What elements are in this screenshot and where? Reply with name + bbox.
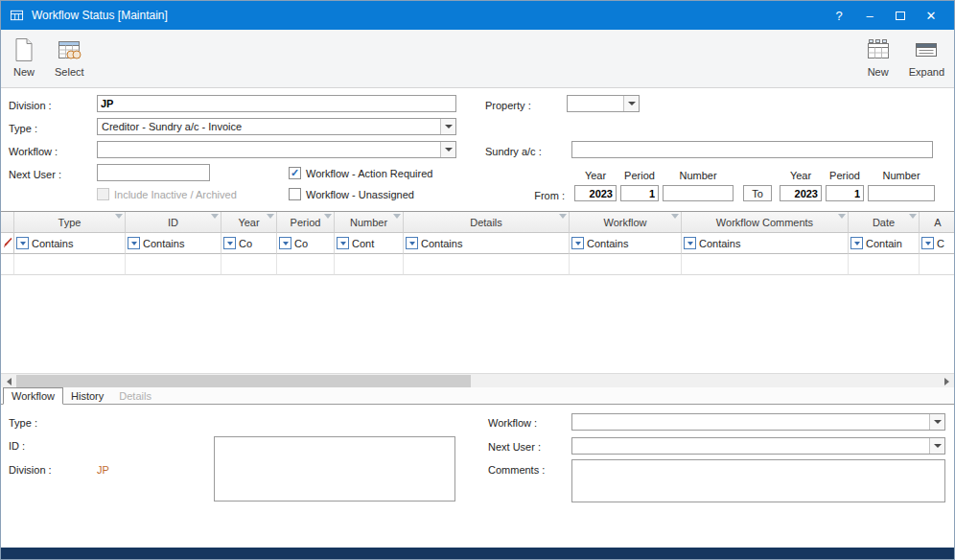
- detail-type-label: Type :: [9, 416, 37, 431]
- filter-cell-text: Cont: [352, 238, 374, 249]
- new-button[interactable]: New: [7, 35, 41, 80]
- column-header-id[interactable]: ID: [126, 212, 221, 233]
- filter-cell-date[interactable]: Contain: [849, 233, 920, 254]
- from-number-input[interactable]: [663, 185, 734, 201]
- minimize-button[interactable]: –: [854, 1, 885, 30]
- dropdown-arrow-icon[interactable]: [440, 142, 455, 157]
- titlebar[interactable]: Workflow Status [Maintain] ? – ✕: [1, 1, 954, 30]
- dropdown-arrow-icon[interactable]: [929, 438, 944, 454]
- column-filter-icon[interactable]: [559, 219, 567, 230]
- column-filter-icon[interactable]: [838, 219, 846, 230]
- tab-workflow[interactable]: Workflow: [3, 387, 63, 405]
- column-header-year[interactable]: Year: [221, 212, 277, 233]
- dropdown-arrow-icon[interactable]: [929, 414, 944, 430]
- column-filter-icon[interactable]: [267, 219, 274, 230]
- to-year-input[interactable]: [780, 185, 822, 201]
- new-record-button[interactable]: New: [861, 35, 896, 80]
- horizontal-scrollbar[interactable]: [1, 373, 954, 387]
- filter-type-icon[interactable]: [406, 237, 418, 249]
- tab-details: Details: [111, 388, 159, 405]
- action-required-checkbox[interactable]: ✓ Workflow - Action Required: [289, 166, 432, 180]
- filter-type-icon[interactable]: [921, 237, 934, 249]
- column-header-label: Workflow: [603, 217, 646, 228]
- type-combo[interactable]: Creditor - Sundry a/c - Invoice: [97, 118, 456, 135]
- column-header-workflow[interactable]: Workflow: [570, 212, 682, 233]
- app-icon: [9, 8, 24, 23]
- tab-history[interactable]: History: [63, 388, 111, 405]
- filter-cell-text: Contains: [32, 238, 73, 249]
- filter-cell-period[interactable]: Co: [277, 233, 335, 254]
- column-header-details[interactable]: Details: [404, 212, 570, 233]
- division-label: Division :: [9, 98, 52, 113]
- action-required-checkbox-label: Workflow - Action Required: [306, 168, 432, 179]
- filter-cell-text: Contains: [143, 238, 184, 249]
- scroll-right-icon[interactable]: [939, 374, 954, 388]
- column-header-workflow-comments[interactable]: Workflow Comments: [682, 212, 849, 233]
- property-combo[interactable]: [567, 95, 640, 112]
- column-header-period[interactable]: Period: [277, 212, 335, 233]
- detail-comments-box[interactable]: [571, 459, 945, 502]
- expand-button[interactable]: Expand: [905, 35, 948, 80]
- detail-next-user-label: Next User :: [488, 440, 541, 455]
- column-header-number[interactable]: Number: [335, 212, 404, 233]
- maximize-button[interactable]: [885, 1, 916, 30]
- filter-type-icon[interactable]: [128, 237, 140, 249]
- from-period-input[interactable]: [620, 185, 659, 201]
- column-filter-icon[interactable]: [909, 219, 917, 230]
- filter-type-icon[interactable]: [223, 237, 236, 249]
- column-header-label: Number: [350, 217, 387, 228]
- filter-type-icon[interactable]: [684, 237, 696, 249]
- filter-type-icon[interactable]: [571, 237, 584, 249]
- filter-type-icon[interactable]: [279, 237, 291, 249]
- filter-cell-id[interactable]: Contains: [126, 233, 221, 254]
- filter-row-pin-icon: [3, 238, 12, 248]
- close-button[interactable]: ✕: [916, 1, 946, 30]
- filter-type-icon[interactable]: [337, 237, 349, 249]
- dropdown-arrow-icon[interactable]: [623, 96, 639, 111]
- filter-cell-number[interactable]: Cont: [335, 233, 404, 254]
- filter-cell-a[interactable]: C: [920, 233, 955, 254]
- detail-workflow-combo[interactable]: [571, 413, 945, 431]
- to-button[interactable]: To: [743, 185, 772, 201]
- division-input[interactable]: [97, 95, 456, 112]
- select-button[interactable]: Select: [51, 35, 88, 80]
- detail-next-user-combo[interactable]: [571, 437, 945, 455]
- scrollbar-thumb[interactable]: [16, 375, 471, 387]
- detail-id-box[interactable]: [214, 436, 455, 502]
- range-input-row: To: [574, 185, 935, 201]
- to-period-input[interactable]: [826, 185, 864, 201]
- column-filter-icon[interactable]: [211, 219, 219, 230]
- from-period-header: Period: [620, 170, 659, 181]
- filter-cell-details[interactable]: Contains: [404, 233, 570, 254]
- column-header-date[interactable]: Date: [849, 212, 920, 233]
- from-year-input[interactable]: [574, 185, 617, 201]
- filter-cell-workflow[interactable]: Contains: [570, 233, 682, 254]
- column-filter-icon[interactable]: [671, 219, 679, 230]
- help-button[interactable]: ?: [824, 1, 854, 30]
- column-header-label: ID: [168, 217, 178, 228]
- filter-type-icon[interactable]: [16, 237, 29, 249]
- column-header-label: Type: [58, 217, 82, 228]
- filter-cell-workflow-comments[interactable]: Contains: [682, 233, 849, 254]
- detail-workflow-label: Workflow :: [488, 416, 537, 431]
- column-filter-icon[interactable]: [393, 219, 401, 230]
- row-indicator-header: [1, 212, 14, 233]
- filter-type-icon[interactable]: [850, 237, 863, 249]
- column-header-label: Date: [873, 217, 895, 228]
- column-filter-icon[interactable]: [324, 219, 332, 230]
- next-user-input[interactable]: [97, 164, 210, 181]
- column-header-type[interactable]: Type: [14, 212, 126, 233]
- detail-id-label: ID :: [9, 439, 25, 454]
- column-header-label: Year: [238, 217, 259, 228]
- filter-cell-type[interactable]: Contains: [14, 233, 126, 254]
- unassigned-checkbox[interactable]: Workflow - Unassigned: [289, 187, 414, 201]
- column-header-a[interactable]: A: [920, 212, 955, 233]
- filter-cell-year[interactable]: Co: [221, 233, 277, 254]
- column-filter-icon[interactable]: [115, 219, 123, 230]
- dropdown-arrow-icon[interactable]: [440, 119, 455, 134]
- bottom-strip: [1, 548, 954, 560]
- scroll-left-icon[interactable]: [1, 374, 16, 388]
- sundry-input[interactable]: [571, 141, 933, 158]
- to-number-input[interactable]: [868, 185, 935, 201]
- workflow-combo[interactable]: [97, 141, 456, 158]
